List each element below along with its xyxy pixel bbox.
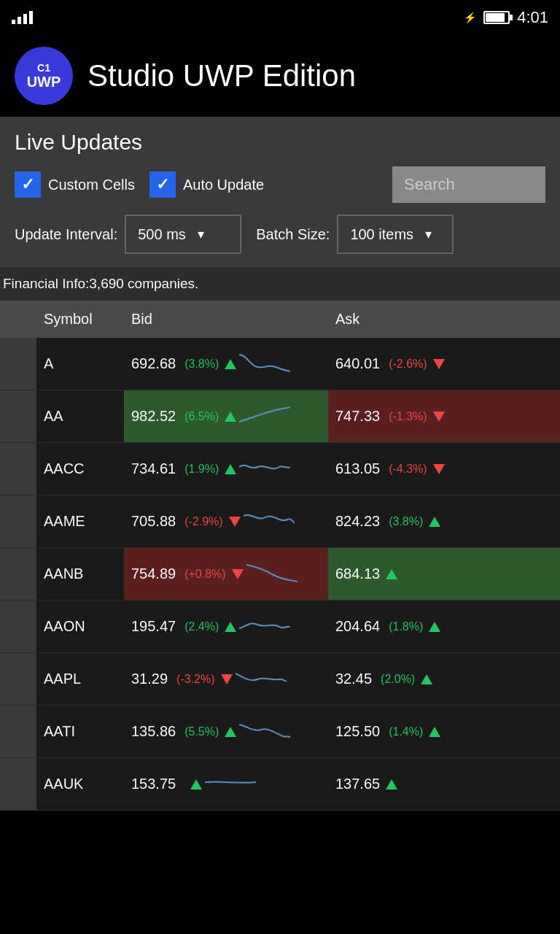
arrow-up-icon — [190, 779, 202, 790]
ask-cell: 137.65 — [328, 758, 560, 811]
arrow-up-icon — [225, 622, 236, 632]
custom-cells-checkbox[interactable]: ✓ — [15, 171, 41, 198]
row-num-cell — [0, 601, 36, 653]
ask-value: 137.65 — [335, 776, 380, 792]
row-num-cell — [0, 443, 36, 495]
sparkline-svg — [239, 719, 290, 741]
search-input[interactable] — [392, 166, 545, 203]
symbol-cell: AATI — [36, 706, 124, 758]
status-time: 4:01 — [517, 8, 548, 27]
signal-icon — [12, 11, 33, 24]
checkmark-icon-2: ✓ — [156, 175, 169, 194]
ask-cell: 747.33 (-1.3%) — [328, 390, 560, 443]
ask-cell: 684.13 — [328, 548, 560, 601]
status-bar: ⚡ 4:01 — [0, 0, 560, 35]
auto-update-group: ✓ Auto Update — [149, 171, 264, 198]
bid-cell: 982.52 (6.5%) — [124, 390, 328, 443]
sparkline — [236, 666, 287, 692]
row-num-cell — [0, 758, 36, 811]
bid-change: (-3.2%) — [176, 673, 214, 686]
arrow-up-icon — [225, 727, 236, 737]
ask-cell: 204.64 (1.8%) — [328, 601, 560, 653]
app-title: Studio UWP Edition — [88, 58, 356, 93]
bid-change: (3.8%) — [184, 358, 219, 371]
bid-value: 705.88 — [131, 513, 176, 530]
table-row: AAME 705.88 (-2.9%) 824.23 (3.8%) — [0, 495, 560, 548]
sparkline — [239, 351, 290, 377]
batch-size-dropdown[interactable]: 100 items ▾ — [337, 215, 454, 254]
th-bid: Bid — [124, 301, 328, 338]
bid-change: (6.5%) — [184, 410, 219, 423]
dropdown-arrow-icon: ▾ — [198, 226, 204, 242]
sparkline-svg — [244, 509, 295, 530]
bid-cell: 734.61 (1.9%) — [124, 443, 328, 495]
arrow-up-icon — [225, 359, 236, 369]
symbol-cell: AAUK — [36, 758, 124, 811]
auto-update-checkbox[interactable]: ✓ — [149, 171, 176, 198]
arrow-up-icon — [225, 412, 236, 422]
ask-change: (-1.3%) — [389, 410, 427, 423]
sparkline-svg — [239, 351, 290, 373]
row-num-cell — [0, 548, 36, 601]
symbol-cell: AAON — [36, 601, 124, 653]
ask-cell: 32.45 (2.0%) — [328, 653, 560, 706]
app-logo: C1 UWP — [15, 47, 73, 105]
bid-value: 754.89 — [131, 566, 176, 582]
ask-change: (3.8%) — [389, 515, 423, 528]
sparkline — [246, 561, 298, 587]
symbol-cell: AAME — [36, 495, 124, 548]
arrow-down-icon — [433, 359, 445, 369]
ask-cell: 640.01 (-2.6%) — [328, 338, 560, 390]
row-num-cell — [0, 495, 36, 548]
table-row: AAPL 31.29 (-3.2%) 32.45 (2.0%) — [0, 653, 560, 706]
arrow-down-icon — [221, 674, 233, 684]
table-row: AAON 195.47 (2.4%) 204.64 (1.8%) — [0, 601, 560, 653]
bid-value: 31.29 — [131, 671, 168, 687]
row-num-cell — [0, 390, 36, 443]
th-symbol: Symbol — [36, 301, 124, 338]
bid-cell: 153.75 — [124, 758, 328, 811]
arrow-down-icon — [229, 517, 241, 527]
custom-cells-label: Custom Cells — [48, 177, 135, 193]
table-row: AAUK 153.75 137.65 — [0, 758, 560, 811]
ask-change: (1.8%) — [389, 620, 423, 633]
logo-bottom-text: UWP — [27, 74, 61, 90]
ask-value: 204.64 — [335, 618, 380, 635]
charging-icon: ⚡ — [464, 12, 476, 23]
custom-cells-group: ✓ Custom Cells — [15, 171, 135, 198]
checkmark-icon: ✓ — [21, 175, 34, 194]
row-num-cell — [0, 706, 36, 758]
arrow-up-icon — [429, 517, 440, 527]
bid-value: 982.52 — [131, 408, 176, 425]
bid-value: 734.61 — [131, 460, 176, 477]
ask-value: 32.45 — [335, 671, 372, 687]
arrow-up-icon — [386, 779, 397, 790]
arrow-down-icon — [433, 412, 445, 422]
sparkline — [239, 614, 290, 639]
symbol-cell: AACC — [36, 443, 124, 495]
bid-value: 195.47 — [131, 618, 176, 635]
sparkline-svg — [246, 561, 298, 583]
ask-change: (-4.3%) — [389, 463, 427, 476]
row-num-cell — [0, 338, 36, 390]
symbol-cell: AA — [36, 390, 124, 443]
ask-value: 613.05 — [335, 460, 380, 477]
symbol-cell: A — [36, 338, 124, 390]
battery-icon — [483, 11, 510, 24]
table-row: AA 982.52 (6.5%) 747.33 (-1.3%) — [0, 390, 560, 443]
arrow-down-icon — [232, 569, 244, 579]
th-ask: Ask — [328, 301, 560, 338]
ask-value: 684.13 — [335, 566, 380, 582]
batch-size-group: Batch Size: 100 items ▾ — [256, 215, 454, 254]
batch-size-value: 100 items — [350, 226, 413, 243]
ask-change: (1.4%) — [389, 725, 423, 738]
sparkline — [239, 719, 290, 744]
auto-update-label: Auto Update — [183, 177, 264, 193]
update-interval-dropdown[interactable]: 500 ms ▾ — [125, 215, 241, 254]
checkbox-row: ✓ Custom Cells ✓ Auto Update — [15, 166, 545, 203]
controls-panel: Live Updates ✓ Custom Cells ✓ Auto Updat… — [0, 117, 560, 267]
bid-cell: 31.29 (-3.2%) — [124, 653, 328, 706]
logo-top-text: C1 — [37, 62, 50, 74]
bid-change: (5.5%) — [184, 725, 219, 738]
batch-size-label: Batch Size: — [256, 226, 330, 243]
